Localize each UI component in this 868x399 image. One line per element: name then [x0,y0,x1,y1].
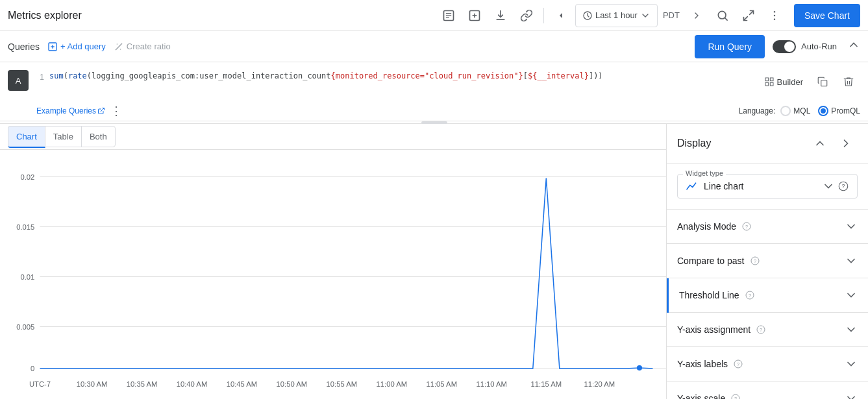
collapse-chevron-icon [847,38,860,51]
header-icons: Last 1 hour PDT Save Chart [437,4,860,27]
chevron-left-icon [556,10,566,21]
y-axis-scale-help-icon[interactable]: ? [730,393,741,399]
builder-btn[interactable]: Builder [759,71,808,92]
clock-icon [582,10,593,21]
display-collapse-btn[interactable] [808,132,832,155]
nav-next-btn[interactable] [685,4,708,27]
svg-point-9 [774,14,776,16]
widget-type-section: Widget type Line chart ? [667,163,868,210]
y-axis-scale-chevron [845,392,858,399]
chart-area: Chart Table Both 0.02 0.015 0.01 0.005 0 [0,124,667,399]
drag-handle-inner [421,121,447,124]
add-icon [47,42,58,52]
analysis-mode-chevron [845,220,858,233]
delete-btn[interactable] [837,70,860,93]
display-panel: Display Widget type Li [667,124,868,399]
copy-icon [817,76,828,88]
query-actions: Builder [759,67,868,96]
more-options-icon[interactable]: ⋮ [110,104,122,118]
x-label-1115: 11:15 AM [531,380,562,388]
svg-point-10 [774,18,776,20]
threshold-line-section[interactable]: Threshold Line ? [667,278,868,313]
search-icon-btn[interactable] [711,4,734,27]
more-vert-icon-btn[interactable] [763,4,786,27]
compare-to-past-label: Compare to past [677,256,745,266]
analysis-mode-label: Analysis Mode [677,221,736,232]
download-icon-btn[interactable] [489,4,512,27]
query-row: A 1 sum(rate(logging_googleapis_com:user… [0,62,868,101]
compare-chevron [845,254,858,267]
tab-table[interactable]: Table [45,126,82,147]
x-label-1045: 10:45 AM [227,380,258,388]
svg-text:?: ? [841,183,845,189]
threshold-section-wrapper: Threshold Line ? [667,278,868,313]
svg-text:?: ? [737,361,739,367]
x-label-1105: 11:05 AM [426,380,457,388]
auto-run-switch[interactable] [773,40,796,53]
search-icon [716,9,729,22]
add-query-button[interactable]: + Add query [47,42,106,52]
tab-both[interactable]: Both [81,126,116,147]
example-queries-link[interactable]: Example Queries [36,106,105,115]
y-axis-assignment-section[interactable]: Y-axis assignment ? [667,313,868,347]
notes-icon-btn[interactable] [437,4,460,27]
threshold-help-icon[interactable]: ? [745,290,755,300]
line-chart-icon [686,181,699,191]
expand-icon-btn[interactable] [737,4,760,27]
queries-right: Run Query Auto-Run [695,35,860,58]
radio-group: MQL PromQL [780,106,860,116]
main-content: Chart Table Both 0.02 0.015 0.01 0.005 0 [0,124,868,399]
y-axis-labels-section[interactable]: Y-axis labels ? [667,347,868,381]
time-picker[interactable]: Last 1 hour [575,4,658,27]
x-label-utc7: UTC-7 [29,380,51,388]
display-header: Display [667,124,868,163]
promql-radio[interactable]: PromQL [818,106,860,116]
query-text-container[interactable]: sum(rate(logging_googleapis_com:user_mod… [49,67,759,84]
widget-help-icon[interactable]: ? [837,180,849,192]
chart-content: 0.02 0.015 0.01 0.005 0 UTC-7 10:30 AM 1… [0,150,666,399]
time-label: Last 1 hour [595,10,638,20]
mql-radio-circle [780,106,791,116]
compare-to-past-section[interactable]: Compare to past ? [667,244,868,278]
widget-type-inner: Line chart [686,181,743,191]
queries-title: Queries [8,42,40,52]
more-vert-icon [768,9,781,22]
copy-btn[interactable] [811,70,834,93]
link-icon [520,9,533,22]
link-icon-btn[interactable] [515,4,538,27]
svg-text:?: ? [749,293,751,298]
widget-type-value: Line chart [704,181,743,191]
run-query-button[interactable]: Run Query [695,35,765,58]
add-icon-btn[interactable] [463,4,486,27]
expand-icon [742,9,755,22]
threshold-chevron [845,289,858,302]
y-axis-scale-section[interactable]: Y-axis scale ? [667,381,868,399]
svg-text:?: ? [734,396,737,399]
x-label-1035: 10:35 AM [127,380,158,388]
y-axis-labels-help-icon[interactable]: ? [733,359,743,369]
y-label-0.02: 0.02 [20,173,34,181]
display-collapse-icon [813,137,826,150]
analysis-mode-help-icon[interactable]: ? [741,221,752,232]
y-label-0.005: 0.005 [16,323,34,331]
create-ratio-icon [114,42,124,52]
svg-rect-18 [821,80,827,86]
svg-rect-14 [765,78,769,81]
display-title: Display [677,138,711,149]
create-ratio-button[interactable]: Create ratio [114,42,171,52]
mql-label: MQL [793,106,810,115]
display-expand-btn[interactable] [834,132,858,155]
x-label-1110: 11:10 AM [476,380,507,388]
mql-radio[interactable]: MQL [780,106,810,116]
y-axis-assignment-help-icon[interactable]: ? [756,324,766,335]
widget-type-select[interactable]: Widget type Line chart ? [677,174,858,199]
nav-prev-btn[interactable] [549,4,573,27]
compare-help-icon[interactable]: ? [750,256,760,266]
save-chart-button[interactable]: Save Chart [794,4,860,27]
x-label-1040: 10:40 AM [177,380,208,388]
collapse-icon[interactable] [847,38,860,54]
analysis-mode-section[interactable]: Analysis Mode ? [667,210,868,244]
tab-chart[interactable]: Chart [8,126,45,148]
x-label-1055: 10:55 AM [327,380,358,388]
svg-text:?: ? [753,258,756,264]
